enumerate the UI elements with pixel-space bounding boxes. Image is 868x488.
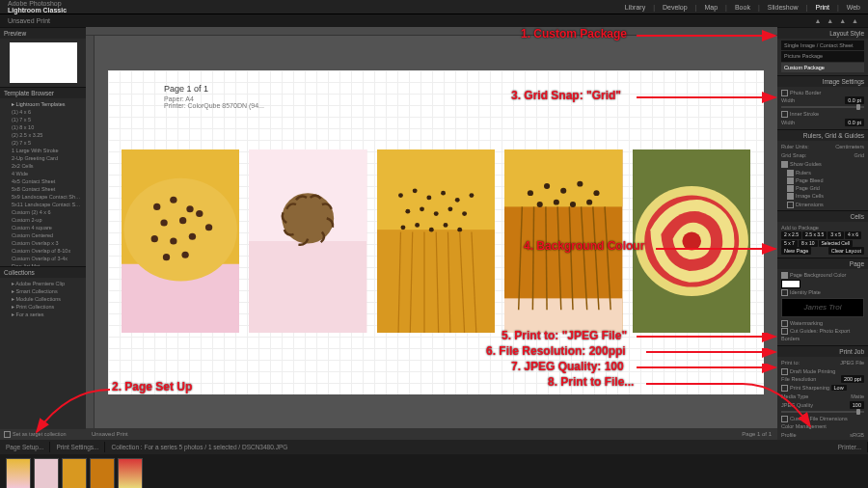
rulers-grid-header[interactable]: Rulers, Grid & Guides [777, 129, 868, 141]
template-item[interactable]: 5x9 Landscape Contact Sheet [4, 193, 82, 201]
thumb-2[interactable] [34, 458, 59, 488]
template-item[interactable]: 4x5 Contact Sheet [4, 177, 82, 185]
template-browser-header[interactable]: Template Browser [0, 87, 86, 98]
template-item[interactable]: 5x8 Contact Sheet [4, 185, 82, 193]
collection-item[interactable]: ▸ Module Collections [4, 295, 82, 303]
sharpen-val[interactable]: Low [831, 385, 847, 391]
thumb-3[interactable] [62, 458, 87, 488]
guide-dim[interactable]: Dimensions [796, 202, 824, 207]
thumb-4[interactable] [90, 458, 115, 488]
clear-layout-btn[interactable]: Clear Layout [828, 247, 864, 255]
cell-size-btn[interactable]: 4 x 6 [845, 231, 861, 239]
template-item[interactable]: 1 Large With Stroke [4, 147, 82, 154]
ruler-units-val[interactable]: Centimeters [835, 143, 864, 150]
photo-cell-1[interactable] [122, 149, 239, 333]
layout-style-header[interactable]: Layout Style [777, 27, 868, 39]
photo-cell-4[interactable] [504, 149, 622, 333]
collection-item[interactable]: ▸ For a series [4, 311, 82, 318]
collection-item[interactable]: ▸ Print Collections [4, 303, 82, 311]
jpeg-q-val[interactable]: 100 [850, 401, 864, 409]
collections-header[interactable]: Collections [0, 266, 86, 278]
guide-bleed[interactable]: Page Bleed [796, 177, 823, 183]
template-item[interactable]: Custom 2-up [4, 216, 82, 224]
svg-point-9 [151, 235, 158, 242]
thumb-1[interactable] [6, 458, 31, 488]
cell-size-btn[interactable]: 5 x 7 [781, 240, 798, 248]
template-item[interactable]: (1) 4 x 6 [4, 108, 82, 116]
thumb-5[interactable] [118, 458, 143, 488]
cell-size-btn[interactable]: 8 x 10 [799, 240, 818, 248]
border-width-val[interactable]: 0.0 pt [845, 96, 864, 104]
collection-item[interactable]: ▸ Adobe Premiere Clip [4, 280, 82, 287]
template-item[interactable]: 2-Up Greeting Card [4, 154, 82, 162]
guide-grid[interactable]: Page Grid [796, 185, 820, 191]
cell-size-btn[interactable]: Selected Cell [819, 240, 853, 248]
module-map[interactable]: Map [704, 4, 718, 11]
inner-width-val[interactable]: 0.0 pt [845, 119, 864, 126]
page-bg-chk[interactable]: Page Background Color [790, 272, 846, 278]
photo-cell-5[interactable] [633, 149, 750, 333]
nav-dots[interactable]: ▲ ▲ ▲ ▲ [814, 17, 860, 24]
template-item[interactable]: Custom Overlap x 3 [4, 239, 82, 247]
layout-custom-package[interactable]: Custom Package [781, 63, 864, 72]
layout-picture-package[interactable]: Picture Package [781, 51, 864, 61]
template-item[interactable]: Custom (2) 4 x 6 [4, 208, 82, 216]
media-val[interactable]: Matte [851, 393, 864, 400]
inner-stroke-chk[interactable]: Inner Stroke [790, 111, 819, 117]
page-bg-swatch[interactable] [781, 280, 800, 288]
watermark-chk[interactable]: Watermarking [790, 320, 823, 326]
set-target-collection[interactable]: Set as target collection [13, 431, 67, 437]
border-width-slider[interactable] [781, 106, 864, 108]
lr-templates-group[interactable]: Lightroom Templates [16, 101, 66, 107]
module-book[interactable]: Book [735, 4, 750, 11]
module-print[interactable]: Print [815, 4, 828, 11]
print-page[interactable]: Page 1 of 1 Paper: A4 Printer: ColorQube… [108, 70, 764, 394]
profile-val[interactable]: sRGB [850, 431, 864, 439]
template-item[interactable]: 5x11 Landscape Contact Sheet [4, 201, 82, 208]
show-guides-chk[interactable]: Show Guides [790, 161, 822, 167]
template-item[interactable]: 4 Wide [4, 170, 82, 177]
print-job-header[interactable]: Print Job [777, 345, 868, 357]
template-item[interactable]: Custom Centered [4, 231, 82, 239]
layout-single[interactable]: Single Image / Contact Sheet [781, 41, 864, 50]
photo-border-chk[interactable]: Photo Border [790, 90, 821, 95]
identity-plate[interactable]: James Troi [781, 298, 864, 317]
photo-cell-2[interactable] [249, 149, 366, 333]
jpeg-q-slider[interactable] [781, 411, 864, 413]
template-item[interactable]: Custom Overlap of 8-10x [4, 247, 82, 255]
identity-plate-chk[interactable]: Identity Plate [790, 289, 821, 295]
custom-dim-chk[interactable]: Custom File Dimensions [790, 416, 848, 421]
guide-rulers[interactable]: Rulers [796, 170, 811, 176]
page-setup-button[interactable]: Page Setup... [0, 442, 50, 452]
template-item[interactable]: 2x2 Cells [4, 162, 82, 170]
print-to-val[interactable]: JPEG File [840, 359, 864, 366]
collection-item[interactable]: ▸ Smart Collections [4, 287, 82, 295]
new-page-btn[interactable]: New Page [781, 247, 811, 255]
preview-header[interactable]: Preview [0, 27, 86, 39]
cell-size-btn[interactable]: 3 x 5 [827, 231, 844, 239]
cut-guides-chk[interactable]: Cut Guides: Photo Export Borders [781, 328, 850, 341]
cell-size-btn[interactable]: 2.5 x 3.5 [802, 231, 827, 239]
grid-snap-val[interactable]: Grid [854, 151, 864, 159]
template-item[interactable]: Custom 4 square [4, 224, 82, 231]
file-res-val[interactable]: 200 ppi [841, 375, 864, 383]
guide-cells[interactable]: Image Cells [796, 193, 824, 199]
template-item[interactable]: (1) 7 x 5 [4, 116, 82, 123]
module-web[interactable]: Web [847, 4, 860, 11]
cell-size-btn[interactable]: 2 x 2.5 [781, 231, 801, 239]
print-settings-button[interactable]: Print Settings... [50, 442, 105, 452]
printer-button[interactable]: Printer... [832, 442, 868, 452]
module-library[interactable]: Library [625, 4, 645, 11]
image-settings-header[interactable]: Image Settings [777, 75, 868, 87]
template-item[interactable]: (2) 7 x 5 [4, 139, 82, 147]
module-slideshow[interactable]: Slideshow [768, 4, 799, 11]
template-item[interactable]: Custom Overlap of 3-4x [4, 255, 82, 262]
template-item[interactable]: (1) 8 x 10 [4, 123, 82, 131]
module-develop[interactable]: Develop [663, 4, 688, 11]
photo-cell-3[interactable] [377, 149, 495, 333]
draft-mode-chk[interactable]: Draft Mode Printing [790, 368, 835, 374]
template-item[interactable]: (2) 2.5 x 3.25 [4, 131, 82, 139]
cells-header[interactable]: Cells [777, 210, 868, 222]
sharpen-chk[interactable]: Print Sharpening [790, 385, 829, 391]
page-header-section[interactable]: Page [777, 258, 868, 269]
